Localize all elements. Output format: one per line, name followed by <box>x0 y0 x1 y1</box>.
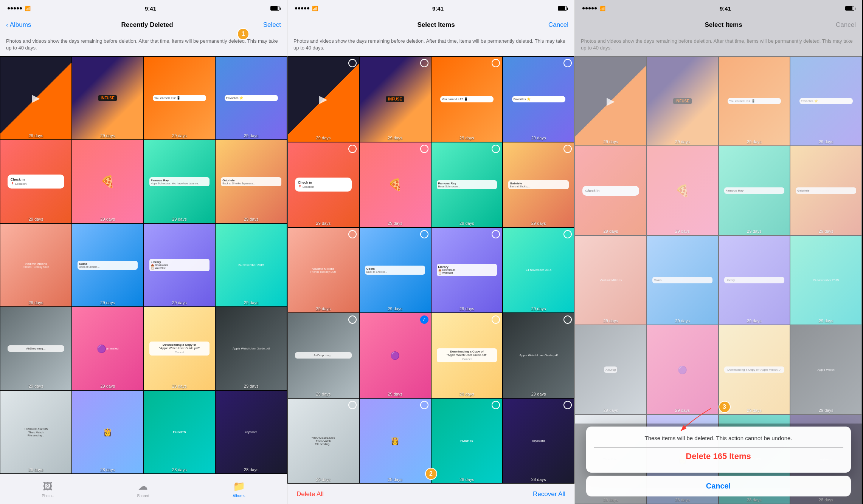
grid-cell-2-4-1[interactable]: AirDrop msg... 29 days <box>287 313 359 398</box>
step-badge-3: 3 <box>719 401 731 413</box>
checkin-card: Check in📍 Location <box>295 178 352 192</box>
cell-bg: Apple Watch User Guide.pdf <box>216 307 287 390</box>
grid-cell-2-1-4[interactable]: Favorites ⭐ 29 days <box>503 56 574 142</box>
grid-cell-2-5-4[interactable]: keyboard 28 days <box>503 398 574 484</box>
grid-cell-1-2-1[interactable]: Check in 📍 Location 29 days <box>0 140 72 223</box>
grid-cell-2-4-3[interactable]: Downloading a Copy of"Apple Watch User G… <box>431 313 503 398</box>
grid-cell-2-4-2[interactable]: ✓ 🟣 29 days <box>359 313 431 398</box>
tab-albums-label-1: Albums <box>233 494 245 498</box>
grid-cell-2-3-1[interactable]: Vladimir MilkonsFriends Tuesday Mute 29 … <box>287 227 359 313</box>
cell-bg: Favorites ⭐ <box>216 57 287 139</box>
day-label: 29 days <box>790 139 861 144</box>
grid-cell-1-2-3[interactable]: Famous Ray Hope Schmouse: You have true … <box>144 140 216 223</box>
cell-bg: AirDrop <box>575 325 646 414</box>
grid-cell-2-2-2[interactable]: 🍕 29 days <box>359 142 431 227</box>
day-label: 29 days <box>288 392 359 396</box>
cell-bg: Favorites ⭐ <box>503 57 574 141</box>
cell-bg: You earned +12 📱 <box>719 57 790 145</box>
day-label: 29 days <box>647 139 718 144</box>
selection-circle <box>420 230 428 238</box>
grid-cell-2-5-2[interactable]: 👸 28 days <box>359 398 431 484</box>
grid-cell-3-2-4: Gabriele 29 days <box>790 146 862 235</box>
grid-cell-2-2-4[interactable]: GabrieleBack at Shokko... 29 days <box>503 142 574 227</box>
grid-cell-1-1-1[interactable]: ▶ 29 days <box>0 56 72 140</box>
grid-cell-1-5-4[interactable]: keyboard 28 days <box>215 390 287 474</box>
selection-circle <box>348 59 357 67</box>
delete-all-button[interactable]: Delete All <box>296 490 324 498</box>
grid-cell-1-4-1[interactable]: AirDrop msg... 29 days <box>0 307 72 390</box>
tab-albums-1[interactable]: 📁 Albums <box>233 481 245 498</box>
grid-cell-1-3-2[interactable]: Coins Back at Shokko... 29 days <box>72 223 144 307</box>
grid-cell-1-2-2[interactable]: 🍕 29 days <box>72 140 144 223</box>
cell-bg: +8604231512385 Theo Vatch File sending..… <box>0 391 71 473</box>
grid-cell-1-5-3[interactable]: FLIGHTS 28 days <box>144 390 216 474</box>
cell-bg: FLIGHTS <box>431 399 503 483</box>
day-label: 29 days <box>360 221 431 226</box>
dot2 <box>11 7 13 9</box>
battery-fill-2 <box>558 6 565 10</box>
grid-cell-1-5-1[interactable]: +8604231512385 Theo Vatch File sending..… <box>0 390 72 474</box>
grid-cell-1-4-2[interactable]: 🟣 animated 29 days <box>72 307 144 390</box>
select-button-1[interactable]: Select <box>263 21 281 29</box>
tab-photos-1[interactable]: 🖼 Photos <box>42 481 53 498</box>
grid-cell-2-1-3[interactable]: You earned +12 📱 29 days <box>431 56 503 142</box>
grid-cell-2-3-3[interactable]: Library📥 Downloads📋 Watchlist 29 days <box>431 227 503 313</box>
grid-cell-1-1-3[interactable]: You earned +12 📱 29 days <box>144 56 216 140</box>
cell-bg: Vladimir MilkonsFriends Tuesday Mute <box>288 228 359 312</box>
grid-cell-2-5-3[interactable]: FLIGHTS 28 days <box>431 398 503 484</box>
dot1 <box>8 7 10 9</box>
grid-cell-2-1-2[interactable]: INFUSE 29 days <box>359 56 431 142</box>
cancel-button-2[interactable]: Cancel <box>548 21 568 29</box>
day-label: 29 days <box>503 221 574 226</box>
cell-bg: Library📥 Downloads📋 Watchlist <box>431 228 503 312</box>
grid-cell-1-1-4[interactable]: Favorites ⭐ 29 days <box>215 56 287 140</box>
cell-bg: +8604231512385Theo VatchFile sending... <box>288 399 359 483</box>
alert-message-3: These items will be deleted. This action… <box>594 434 843 442</box>
selection-circle <box>563 315 572 324</box>
back-button-1[interactable]: ‹ Albums <box>6 21 31 29</box>
step-number-2: 2 <box>429 470 433 477</box>
grid-cell-3-3-3: Library 29 days <box>719 235 790 325</box>
grid-cell-2-1-1[interactable]: ▶ 29 days <box>287 56 359 142</box>
tab-shared-1[interactable]: ☁ Shared <box>137 481 149 498</box>
grid-cell-2-2-3[interactable]: Famous RayHope Schmouse... 29 days <box>431 142 503 227</box>
day-label: 29 days <box>144 384 215 388</box>
grid-cell-2-5-1[interactable]: +8604231512385Theo VatchFile sending... … <box>287 398 359 484</box>
grid-cell-2-4-4[interactable]: Apple Watch User Guide.pdf 29 days <box>503 313 574 398</box>
grid-cell-1-3-3[interactable]: Library 📥 Downloads 📋 Watchlist 29 days <box>144 223 216 307</box>
day-label: 28 days <box>503 477 574 482</box>
delete-confirm-button[interactable]: Delete 165 Items <box>594 448 843 467</box>
dot5 <box>307 7 309 9</box>
day-label: 29 days <box>0 300 71 305</box>
grid-cell-3-2-1: Check in 29 days <box>575 146 647 235</box>
day-label: 29 days <box>431 221 503 226</box>
status-bar-2: 📶 9:41 <box>287 0 574 17</box>
grid-cell-1-5-2[interactable]: 👸 28 days <box>72 390 144 474</box>
grid-row-2-3: Vladimir MilkonsFriends Tuesday Mute 29 … <box>287 227 574 313</box>
grid-cell-3-1-3: You earned +12 📱 29 days <box>719 56 790 146</box>
grid-cell-1-3-4[interactable]: 24 November 2015 29 days <box>215 223 287 307</box>
grid-cell-1-4-3[interactable]: Downloading a Copy of "Apple Watch User … <box>144 307 216 390</box>
back-label-1: Albums <box>10 21 31 29</box>
grid-cell-2-2-1[interactable]: Check in📍 Location 29 days <box>287 142 359 227</box>
selection-circle <box>348 230 357 238</box>
cancel-button-3[interactable]: Cancel <box>836 21 856 29</box>
grid-cell-1-1-2[interactable]: INFUSE 29 days <box>72 56 144 140</box>
grid-cell-1-3-1[interactable]: Vladimir Milkons Friends Tuesday Mute 29… <box>0 223 72 307</box>
grid-cell-1-4-4[interactable]: Apple Watch User Guide.pdf 29 days <box>215 307 287 390</box>
cell-bg: Famous Ray <box>719 146 790 235</box>
grid-row-2-4: AirDrop msg... 29 days ✓ 🟣 29 days Downl… <box>287 313 574 398</box>
day-label: 29 days <box>0 133 71 138</box>
day-label: 29 days <box>216 300 287 305</box>
nav-bar-3: Select Items Cancel <box>575 17 862 33</box>
checkin-card: Check in 📍 Location <box>8 175 64 189</box>
grid-cell-1-2-4[interactable]: Gabriele Back at Shokko Japanese... 29 d… <box>215 140 287 223</box>
grid-cell-2-3-4[interactable]: 24 November 2015 29 days <box>503 227 574 313</box>
recover-all-button[interactable]: Recover All <box>533 490 565 498</box>
alert-cancel-button[interactable]: Cancel <box>586 476 851 496</box>
wifi-icon-2: 📶 <box>312 6 318 11</box>
cell-bg: INFUSE <box>360 57 431 141</box>
grid-cell-2-3-2[interactable]: CoinsBack at Shokko... 29 days <box>359 227 431 313</box>
grid-row-3-4: AirDrop 29 days 🟣 29 days Downloading a … <box>575 325 862 414</box>
photo-grid-2: ▶ 29 days INFUSE 29 days You earned +12 … <box>287 56 574 484</box>
